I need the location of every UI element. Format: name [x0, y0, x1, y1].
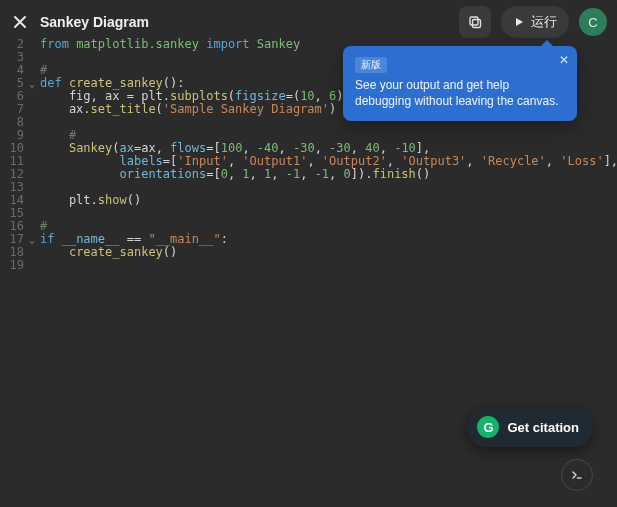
- svg-rect-0: [472, 19, 480, 27]
- close-icon[interactable]: [10, 12, 30, 32]
- copy-button[interactable]: [459, 6, 491, 38]
- play-icon: [513, 16, 525, 28]
- output-tooltip: ✕ 新版 See your output and get help debugg…: [343, 46, 577, 121]
- tooltip-text: See your output and get help debugging w…: [355, 77, 565, 109]
- fold-icon[interactable]: ⌄: [26, 77, 38, 90]
- fold-icon[interactable]: ⌄: [26, 233, 38, 246]
- run-button[interactable]: 运行: [501, 6, 569, 38]
- citation-label: Get citation: [507, 420, 579, 435]
- tooltip-close-icon[interactable]: ✕: [559, 52, 569, 68]
- svg-rect-1: [470, 17, 478, 25]
- run-label: 运行: [531, 13, 557, 31]
- tooltip-badge: 新版: [355, 57, 387, 73]
- citation-logo-icon: G: [477, 416, 499, 438]
- avatar[interactable]: C: [579, 8, 607, 36]
- terminal-icon: [570, 468, 584, 482]
- get-citation-button[interactable]: G Get citation: [467, 407, 593, 447]
- terminal-button[interactable]: [561, 459, 593, 491]
- avatar-initial: C: [588, 15, 597, 30]
- page-title: Sankey Diagram: [40, 14, 149, 30]
